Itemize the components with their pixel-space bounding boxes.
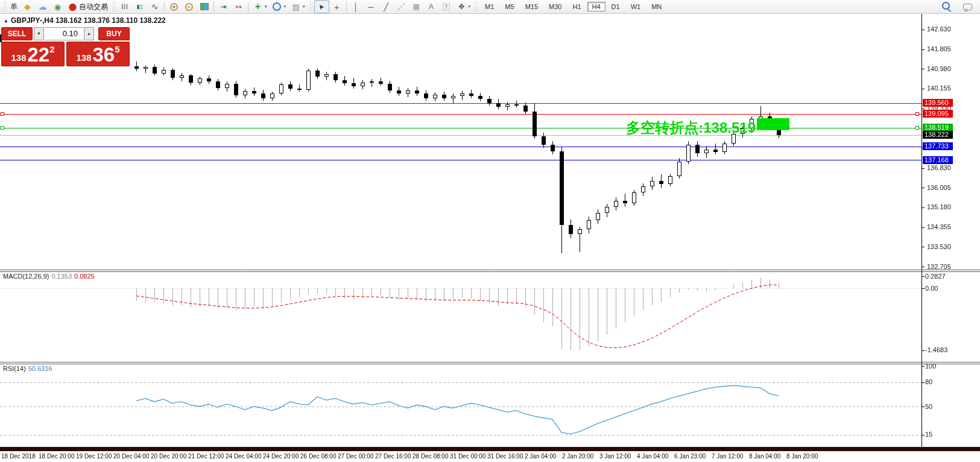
price-tick-label: 141.805 [927, 45, 951, 53]
time-axis-label: 3 Jan 12:00 [599, 453, 631, 460]
price-level-label: 137.168 [923, 156, 953, 164]
price-tick-label: 142.630 [927, 25, 951, 33]
mt4-terminal: { "toolbar": { "groups": [ {"items": [ {… [0, 0, 980, 462]
time-axis-label: 2 Jan 20:00 [562, 453, 593, 460]
turning-point-annotation: 多空转折点:138.519 [626, 118, 756, 138]
time-axis-label: 8 Jan 20:00 [786, 453, 818, 460]
buy-price-prefix: 138 [76, 52, 91, 63]
time-axis-label: 24 Dec 20:00 [263, 453, 299, 460]
price-tick-label: 133.530 [927, 243, 951, 251]
price-level-label: 139.560 [923, 99, 953, 107]
rsi-indicator-label: RSI(14)50.6316 [3, 365, 52, 372]
volume-increase-button[interactable]: ▲ [84, 27, 94, 40]
price-tick-label: 135.180 [927, 203, 951, 211]
rsi-tick-label: 100 [925, 362, 936, 370]
time-axis-label: 26 Dec 08:00 [300, 453, 337, 460]
chart-title-text: GBPJPY-,H4 138.162 138.376 138.110 138.2… [11, 16, 166, 25]
sell-price-big: 22 [27, 45, 49, 65]
macd-main-value: 0.1353 [51, 273, 72, 280]
volume-decrease-button[interactable]: ▼ [34, 27, 44, 40]
price-tick-label: 136.830 [927, 164, 951, 172]
time-axis-label: 18 Dec 20:00 [39, 453, 75, 460]
time-axis-label: 28 Dec 08:00 [413, 453, 449, 460]
time-axis-label: 4 Jan 04:00 [637, 453, 668, 460]
price-level-label: 137.733 [923, 142, 953, 150]
macd-name: MACD(12,26,9) [3, 273, 49, 280]
time-axis-label: 18 Dec 2018 [1, 453, 36, 460]
macd-tick-label: 0.2827 [925, 273, 946, 280]
macd-tick-label: -1.4683 [925, 346, 947, 354]
volume-input[interactable] [45, 27, 83, 40]
sell-price-button[interactable]: 138222 [1, 42, 65, 66]
buy-price-button[interactable]: 138365 [66, 42, 130, 66]
price-tick-label: 136.005 [927, 184, 951, 192]
price-level-label: 139.095 [923, 110, 953, 118]
sell-button[interactable]: SELL [1, 27, 33, 40]
time-axis-label: 8 Jan 04:00 [749, 453, 780, 460]
macd-tick-label: 0.00 [925, 285, 938, 293]
rsi-name: RSI(14) [3, 365, 26, 372]
rsi-tick-label: 80 [925, 378, 932, 386]
buy-button[interactable]: BUY [98, 27, 130, 40]
time-axis-label: 27 Dec 00:00 [338, 453, 374, 460]
time-axis-label: 24 Dec 04:00 [226, 453, 262, 460]
collapse-icon[interactable]: ▲ [4, 18, 8, 24]
price-tick-label: 140.155 [927, 84, 951, 92]
price-tick-label: 132.705 [927, 263, 951, 271]
rsi-value: 50.6316 [28, 365, 52, 372]
time-axis-label: 21 Dec 12:00 [188, 453, 224, 460]
chart-title: ▲GBPJPY-,H4 138.162 138.376 138.110 138.… [4, 16, 166, 25]
rsi-tick-label: 15 [925, 431, 932, 438]
time-axis-label: 27 Dec 16:00 [375, 453, 411, 460]
time-axis-label: 19 Dec 12:00 [76, 453, 112, 460]
rsi-tick-label: 50 [925, 403, 932, 411]
one-click-trade-panel: SELL ▼ ▲ BUY 138222 138365 [1, 27, 130, 66]
time-axis-label: 31 Dec 16:00 [487, 453, 523, 460]
time-axis-label: 7 Jan 12:00 [712, 453, 743, 460]
price-tick-label: 140.980 [927, 65, 951, 73]
time-axis-label: 31 Dec 00:00 [450, 453, 486, 460]
price-level-label: 138.222 [923, 131, 953, 139]
macd-signal-value: 0.0825 [74, 273, 95, 280]
buy-price-big: 36 [92, 45, 115, 65]
time-axis-label: 20 Dec 20:00 [151, 453, 187, 460]
time-axis-label: 6 Jan 23:00 [674, 453, 706, 460]
sell-price-sup: 2 [49, 44, 54, 54]
buy-price-sup: 5 [115, 44, 119, 54]
time-axis-label: 2 Jan 04:00 [525, 453, 556, 460]
macd-indicator-label: MACD(12,26,9)0.13530.0825 [3, 273, 95, 280]
price-tick-label: 134.355 [927, 223, 951, 231]
time-axis-label: 20 Dec 04:00 [113, 453, 150, 460]
sell-price-prefix: 138 [11, 52, 26, 63]
chart-canvas[interactable] [0, 0, 980, 462]
